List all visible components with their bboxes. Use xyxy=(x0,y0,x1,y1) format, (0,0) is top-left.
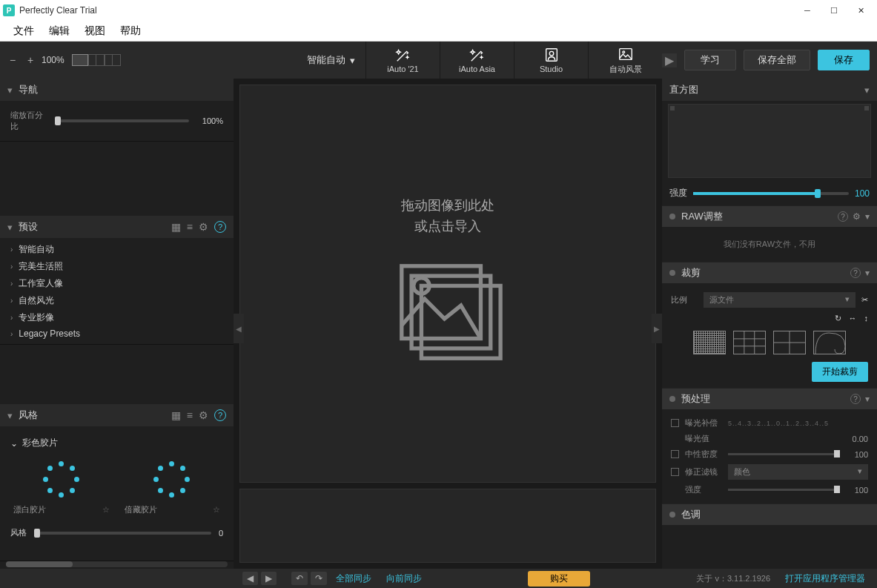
preset-item[interactable]: ›智能自动 xyxy=(0,241,234,258)
presets-header[interactable]: ▾ 预设 ▦ ≡ ⚙ ? xyxy=(0,216,234,238)
zoom-in-button[interactable]: + xyxy=(24,53,37,67)
sync-all-link[interactable]: 全部同步 xyxy=(330,572,377,585)
preset-iauto21[interactable]: iAuto '21 xyxy=(365,42,440,79)
preset-scroll-right[interactable]: ▶ xyxy=(662,53,677,67)
style-item-1[interactable]: 漂白胶片☆ xyxy=(13,461,110,515)
top-toolbar: − + 100% 智能自动 ▾ iAuto '21 iAuto Asia Stu… xyxy=(0,42,877,79)
styles-body: ⌄ 彩色胶片 漂白胶片☆ 倍藏胶片☆ xyxy=(0,426,234,549)
star-icon[interactable]: ☆ xyxy=(213,505,220,515)
preset-item[interactable]: ›自然风光 xyxy=(0,292,234,309)
list-view-icon[interactable]: ≡ xyxy=(187,409,193,421)
list-view-icon[interactable]: ≡ xyxy=(187,221,193,233)
histogram-title: 直方图 xyxy=(669,83,698,96)
style-slider[interactable] xyxy=(34,532,211,535)
menu-help[interactable]: 帮助 xyxy=(113,22,148,41)
tone-header[interactable]: 色调 xyxy=(662,503,877,525)
style-category[interactable]: ⌄ 彩色胶片 xyxy=(7,434,226,452)
sync-forward-link[interactable]: 向前同步 xyxy=(380,572,428,585)
maximize-button[interactable]: ☐ xyxy=(821,0,847,21)
crop-header[interactable]: 裁剪 ?▾ xyxy=(662,262,877,283)
flip-v-icon[interactable]: ↕ xyxy=(864,314,869,323)
close-button[interactable]: ✕ xyxy=(847,0,874,21)
help-icon[interactable]: ? xyxy=(850,394,861,404)
collapse-right-button[interactable]: ▶ xyxy=(652,314,662,343)
gear-icon[interactable]: ⚙ xyxy=(199,221,208,233)
preset-autoscenery[interactable]: 自动风景 xyxy=(588,42,662,79)
undo-button[interactable]: ↶ xyxy=(291,572,308,585)
menu-edit[interactable]: 编辑 xyxy=(42,22,77,41)
crop-body: 比例 源文件▾ ✂ ↻ ↔ ↕ 开始裁剪 xyxy=(662,283,877,388)
preset-item[interactable]: ›专业影像 xyxy=(0,309,234,326)
zoom-slider[interactable] xyxy=(55,119,189,122)
histogram-header[interactable]: 直方图 ▾ xyxy=(662,79,877,101)
save-all-button[interactable]: 保存全部 xyxy=(744,50,810,70)
gear-icon[interactable]: ⚙ xyxy=(199,409,208,421)
start-crop-button[interactable]: 开始裁剪 xyxy=(812,362,868,382)
preset-dropdown-label: 智能自动 xyxy=(307,53,345,67)
drop-area[interactable]: 拖动图像到此处 或点击导入 xyxy=(239,85,656,483)
intensity2-slider[interactable] xyxy=(728,489,840,491)
collapse-left-button[interactable]: ◀ xyxy=(234,314,244,343)
loading-spinner-icon xyxy=(43,461,80,498)
status-dot-icon xyxy=(669,214,675,219)
help-icon[interactable]: ? xyxy=(214,409,226,421)
crop-tool-icon[interactable]: ✂ xyxy=(861,295,868,305)
save-button[interactable]: 保存 xyxy=(818,50,870,70)
grid-view-icon[interactable]: ▦ xyxy=(171,409,181,421)
nav-section: ▾ 导航 缩放百分比 100% xyxy=(0,79,234,142)
flip-h-icon[interactable]: ↔ xyxy=(849,314,857,323)
crop-ratio-dropdown[interactable]: 源文件▾ xyxy=(704,292,856,308)
preset-item[interactable]: ›Legacy Presets xyxy=(0,326,234,341)
collapse-icon: ▾ xyxy=(7,85,13,96)
loading-spinner-icon xyxy=(153,461,191,498)
preset-item[interactable]: ›完美生活照 xyxy=(0,258,234,275)
view-split-h[interactable] xyxy=(105,54,121,66)
landscape-icon xyxy=(618,46,634,62)
lens-dropdown[interactable]: 颜色▾ xyxy=(728,464,868,480)
app-manager-link[interactable]: 打开应用程序管理器 xyxy=(779,572,871,585)
preset-iautoasia[interactable]: iAuto Asia xyxy=(440,42,514,79)
nav-header[interactable]: ▾ 导航 xyxy=(0,79,234,101)
help-icon[interactable]: ? xyxy=(850,268,861,278)
buy-button[interactable]: 购买 xyxy=(528,571,590,587)
crop-grid-dense[interactable] xyxy=(693,331,726,354)
crop-grid-half[interactable] xyxy=(773,331,806,354)
help-icon[interactable]: ? xyxy=(214,221,226,233)
preset-item[interactable]: ›工作室人像 xyxy=(0,275,234,292)
crop-grid-thirds[interactable] xyxy=(733,331,766,354)
menu-view[interactable]: 视图 xyxy=(77,22,113,41)
minimize-button[interactable]: ─ xyxy=(794,0,821,21)
learn-button[interactable]: 学习 xyxy=(684,50,736,70)
styles-header[interactable]: ▾ 风格 ▦ ≡ ⚙ ? xyxy=(0,404,234,426)
preprocess-title: 预处理 xyxy=(681,392,710,406)
chevron-down-icon: ▾ xyxy=(858,466,862,478)
preset-dropdown[interactable]: 智能自动 ▾ xyxy=(297,53,365,67)
lens-checkbox[interactable] xyxy=(671,468,679,476)
star-icon[interactable]: ☆ xyxy=(102,505,110,515)
zoom-out-button[interactable]: − xyxy=(6,53,19,67)
prev-button[interactable]: ◀ xyxy=(242,572,258,585)
gear-icon[interactable]: ⚙ xyxy=(853,211,861,222)
rotate-icon[interactable]: ↻ xyxy=(835,314,841,323)
grid-view-icon[interactable]: ▦ xyxy=(171,221,181,233)
intensity-slider[interactable] xyxy=(693,192,849,195)
left-scrollbar[interactable] xyxy=(6,561,228,567)
exposure-checkbox[interactable] xyxy=(671,419,679,427)
next-button[interactable]: ▶ xyxy=(261,572,277,585)
help-icon[interactable]: ? xyxy=(838,211,848,222)
collapse-icon: ▾ xyxy=(7,410,13,421)
redo-button[interactable]: ↷ xyxy=(311,572,327,585)
raw-header[interactable]: RAW调整 ?⚙▾ xyxy=(662,205,877,227)
preprocess-header[interactable]: 预处理 ?▾ xyxy=(662,388,877,409)
menu-file[interactable]: 文件 xyxy=(6,22,42,41)
view-single[interactable] xyxy=(72,54,88,66)
nd-checkbox[interactable] xyxy=(671,450,679,458)
view-split-v[interactable] xyxy=(88,54,105,66)
nd-slider[interactable] xyxy=(728,453,840,455)
crop-grid-golden[interactable] xyxy=(813,331,846,354)
crop-ratio-label: 比例 xyxy=(671,294,698,305)
style-item-2[interactable]: 倍藏胶片☆ xyxy=(125,461,221,515)
preset-studio[interactable]: Studio xyxy=(514,42,588,79)
svg-point-3 xyxy=(622,50,624,53)
thumbnail-strip[interactable] xyxy=(239,489,656,563)
